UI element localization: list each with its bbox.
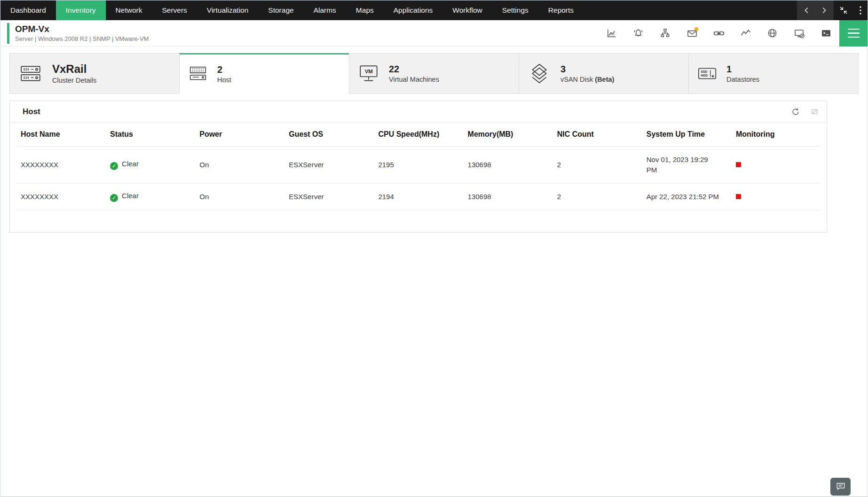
vsan-disk-icon — [527, 61, 552, 86]
menu-button[interactable] — [839, 20, 868, 47]
host-name-cell: XXXXXXXX — [16, 147, 105, 184]
nav-item-network[interactable]: Network — [106, 0, 152, 20]
nav-item-workflow[interactable]: Workflow — [442, 0, 492, 20]
tab-title: VxRail — [52, 63, 96, 75]
tab-count: 22 — [389, 64, 439, 74]
chat-bubble-icon — [836, 482, 846, 491]
monitoring-cell — [731, 147, 821, 184]
memory-cell: 130698 — [463, 183, 552, 210]
host-icon — [187, 62, 209, 86]
vm-icon: VM — [357, 62, 380, 85]
back-chevron-icon[interactable] — [803, 6, 811, 15]
nic-count-cell: 2 — [552, 147, 642, 184]
tab-datastores[interactable]: SSD HDD 1 Datastores — [688, 53, 859, 94]
nic-count-cell: 2 — [552, 183, 642, 210]
status-cell: ✓Clear — [105, 147, 195, 184]
table-row[interactable]: XXXXXXXX ✓Clear On ESXServer 2194 130698… — [16, 183, 821, 210]
host-table: Host Name Status Power Guest OS CPU Spee… — [10, 123, 827, 210]
host-name-cell: XXXXXXXX — [16, 183, 105, 210]
globe-icon[interactable] — [759, 20, 786, 47]
performance-chart-icon[interactable] — [598, 20, 625, 47]
table-header-row: Host Name Status Power Guest OS CPU Spee… — [16, 123, 821, 147]
nav-item-settings[interactable]: Settings — [492, 0, 538, 20]
column-header-host-name: Host Name — [16, 123, 105, 147]
mail-notification-dot — [694, 27, 698, 31]
nav-item-reports[interactable]: Reports — [538, 0, 584, 20]
nav-item-dashboard[interactable]: Dashboard — [0, 0, 56, 20]
column-header-memory: Memory(MB) — [463, 123, 552, 147]
datastore-icon: SSD HDD — [696, 62, 718, 85]
monitoring-alert-indicator — [736, 162, 741, 167]
mail-icon[interactable] — [679, 20, 705, 47]
nav-pager — [797, 0, 834, 20]
power-cell: On — [195, 147, 284, 184]
beta-badge: (Beta) — [595, 76, 614, 83]
summary-tabs: VxRail Cluster Details 2 Host — [9, 53, 859, 94]
nav-item-storage[interactable]: Storage — [258, 0, 303, 20]
collapse-icon[interactable] — [834, 0, 853, 20]
nav-item-maps[interactable]: Maps — [346, 0, 384, 20]
tab-virtual-machines[interactable]: VM 22 Virtual Machines — [349, 53, 519, 94]
nav-controls — [797, 0, 868, 20]
tab-count: 2 — [217, 64, 231, 75]
device-info: OPM-Vx Server | Windows 2008 R2 | SNMP |… — [15, 24, 149, 42]
link-icon[interactable] — [705, 20, 732, 47]
guest-os-cell: ESXServer — [284, 147, 373, 184]
tab-vsan-disk[interactable]: 3 vSAN Disk(Beta) — [519, 53, 689, 94]
host-panel: Host — [9, 101, 827, 233]
panel-title: Host — [23, 107, 40, 116]
tab-count: 3 — [560, 64, 614, 74]
monitoring-cell — [731, 183, 821, 210]
tab-cluster-details[interactable]: VxRail Cluster Details — [9, 53, 180, 94]
column-header-nic-count: NIC Count — [552, 123, 642, 147]
top-nav: Dashboard Inventory Network Servers Virt… — [0, 0, 868, 20]
status-cell: ✓Clear — [105, 183, 195, 210]
tab-label: Datastores — [726, 76, 759, 83]
nav-item-virtualization[interactable]: Virtualization — [197, 0, 258, 20]
power-cell: On — [195, 183, 284, 210]
topology-icon[interactable] — [652, 20, 679, 47]
column-header-guest-os: Guest OS — [284, 123, 373, 147]
device-toolbar — [598, 20, 868, 46]
nav-item-applications[interactable]: Applications — [384, 0, 443, 20]
column-header-status: Status — [105, 123, 195, 147]
cluster-icon — [17, 62, 44, 85]
accent-bar — [7, 23, 9, 44]
sparkline-icon[interactable] — [732, 20, 759, 47]
column-header-cpu-speed: CPU Speed(MHz) — [373, 123, 463, 147]
device-name: OPM-Vx — [15, 24, 149, 34]
column-header-monitoring: Monitoring — [731, 123, 821, 147]
nav-item-servers[interactable]: Servers — [152, 0, 197, 20]
alarm-bell-icon[interactable] — [625, 20, 652, 47]
monitoring-alert-indicator — [736, 194, 741, 199]
nav-item-alarms[interactable]: Alarms — [304, 0, 346, 20]
tab-subtitle: Cluster Details — [52, 77, 96, 84]
terminal-icon[interactable] — [813, 20, 839, 47]
column-header-power: Power — [195, 123, 284, 147]
status-clear-icon: ✓ — [110, 162, 118, 170]
system-up-time-cell: Apr 22, 2023 21:52 PM — [642, 183, 731, 210]
svg-text:SSD: SSD — [701, 70, 708, 73]
cpu-speed-cell: 2195 — [373, 147, 463, 184]
kebab-menu-icon[interactable] — [853, 0, 868, 20]
tab-label: Virtual Machines — [389, 76, 439, 83]
refresh-icon[interactable] — [791, 108, 800, 116]
memory-cell: 130698 — [463, 147, 552, 184]
tab-count: 1 — [726, 64, 759, 74]
guest-os-cell: ESXServer — [284, 183, 373, 210]
monitor-disabled-icon[interactable] — [786, 20, 813, 47]
slashed-square-icon[interactable] — [811, 108, 818, 115]
cpu-speed-cell: 2194 — [373, 183, 463, 210]
column-header-system-up-time: System Up Time — [642, 123, 731, 147]
status-clear-icon: ✓ — [110, 194, 118, 202]
feedback-chat-button[interactable] — [830, 478, 851, 496]
tab-label: vSAN Disk(Beta) — [560, 76, 614, 83]
device-header: OPM-Vx Server | Windows 2008 R2 | SNMP |… — [0, 20, 868, 47]
table-row[interactable]: XXXXXXXX ✓Clear On ESXServer 2195 130698… — [16, 147, 821, 184]
nav-item-inventory[interactable]: Inventory — [56, 0, 106, 20]
opmanager-app: Dashboard Inventory Network Servers Virt… — [0, 0, 868, 497]
tab-host[interactable]: 2 Host — [179, 53, 349, 94]
tab-label: Host — [217, 76, 231, 84]
forward-chevron-icon[interactable] — [820, 6, 828, 15]
panel-header: Host — [10, 101, 827, 123]
